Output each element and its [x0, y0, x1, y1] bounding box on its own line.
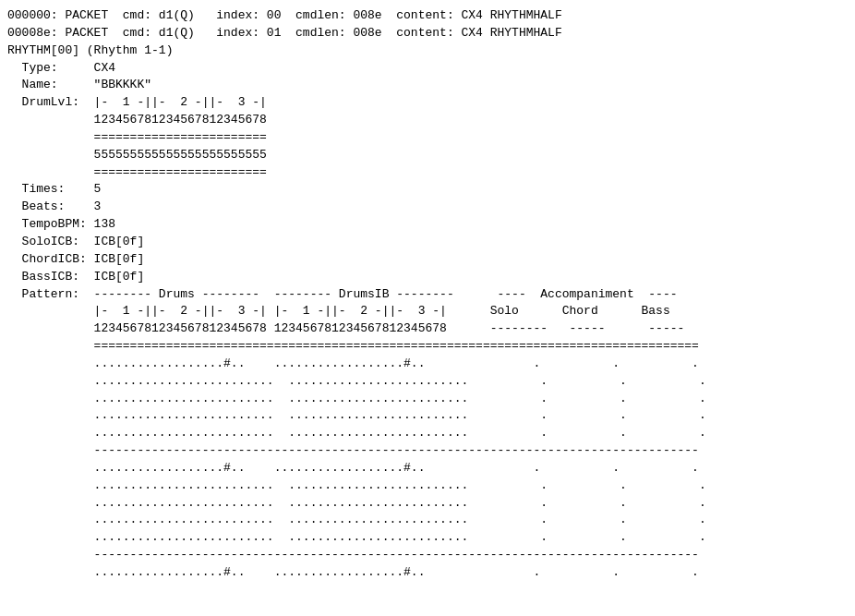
line-31: ......................... ..............…: [7, 530, 706, 544]
line-5: Name: "BBKKKK": [7, 78, 151, 91]
line-27: ..................#.. ..................…: [7, 461, 699, 475]
line-26: ----------------------------------------…: [7, 443, 699, 457]
line-25: ......................... ..............…: [7, 426, 706, 440]
line-9: 555555555555555555555555: [7, 148, 267, 162]
line-7: 123456781234567812345678: [7, 113, 267, 127]
line-17: Pattern: -------- Drums -------- -------…: [7, 287, 678, 301]
line-1: 000000: PACKET cmd: d1(Q) index: 00 cmdl…: [7, 8, 562, 22]
line-28: ......................... ..............…: [7, 478, 706, 492]
line-20: ========================================…: [7, 339, 699, 353]
line-14: SoloICB: ICB[0f]: [7, 235, 144, 248]
line-30: ......................... ..............…: [7, 513, 706, 526]
line-11: Times: 5: [7, 182, 101, 196]
line-8: ========================: [7, 130, 267, 144]
line-33: ..................#.. ..................…: [7, 565, 699, 579]
line-23: ......................... ..............…: [7, 392, 706, 405]
line-4: Type: CX4: [7, 61, 115, 75]
line-15: ChordICB: ICB[0f]: [7, 252, 144, 266]
line-16: BassICB: ICB[0f]: [7, 270, 144, 284]
line-18: |- 1 -||- 2 -||- 3 -| |- 1 -||- 2 -||- 3…: [7, 304, 670, 318]
line-13: TempoBPM: 138: [7, 217, 115, 231]
line-19: 123456781234567812345678 123456781234567…: [7, 321, 684, 335]
line-21: ..................#.. ..................…: [7, 356, 699, 370]
line-29: ......................... ..............…: [7, 496, 706, 510]
line-6: DrumLvl: |- 1 -||- 2 -||- 3 -|: [7, 95, 267, 109]
line-10: ========================: [7, 165, 267, 179]
line-2: 00008e: PACKET cmd: d1(Q) index: 01 cmdl…: [7, 26, 562, 40]
line-12: Beats: 3: [7, 199, 101, 213]
line-24: ......................... ..............…: [7, 408, 706, 422]
line-22: ......................... ..............…: [7, 374, 706, 388]
terminal-output: 000000: PACKET cmd: d1(Q) index: 00 cmdl…: [7, 7, 848, 582]
line-3: RHYTHM[00] (Rhythm 1-1): [7, 43, 173, 57]
line-32: ----------------------------------------…: [7, 548, 699, 562]
